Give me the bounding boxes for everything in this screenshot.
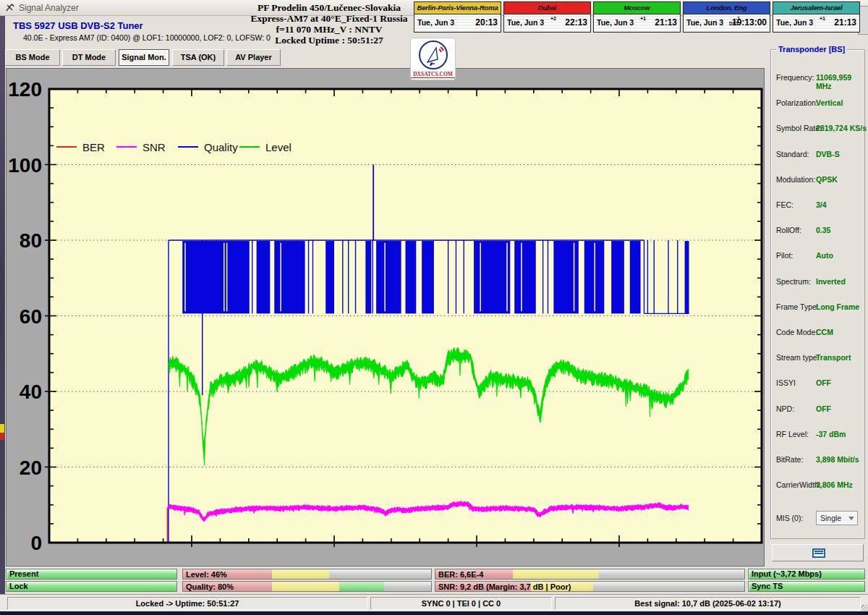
legend-label: Level (265, 141, 292, 153)
tp-field-value: DVB-S (816, 150, 840, 158)
clock-time: 22:13 (565, 17, 587, 27)
clock-date: Tue, Jun 3 (597, 18, 634, 27)
background-fleck (0, 424, 4, 433)
tp-field-label: FEC: (776, 200, 793, 209)
clock-time: 21:13 (834, 17, 856, 27)
tp-field-value: OFF (816, 404, 831, 413)
tp-field-label: Pilot: (776, 251, 793, 260)
bar-label-level: Level: 46% (186, 569, 227, 580)
tp-field-value: 0.35 (816, 226, 830, 234)
tp-field-value: CCM (816, 328, 833, 336)
tp-field-label: Frame Type: (776, 302, 819, 311)
y-axis-label: 20 (20, 457, 42, 479)
clock-time: 21:13 (655, 17, 677, 27)
status-best-signal: Best signal: 10,7 dB (2025-06-02 13:17) (555, 597, 861, 610)
clock-panel-2: MoscowTue, Jun 3+121:13 (593, 1, 681, 33)
clock-city: Berlin-Paris-Vienna-Roma (414, 2, 501, 14)
bar-segment-yellow (272, 569, 329, 579)
chevron-down-icon (848, 517, 854, 520)
window-bottom-edge (0, 611, 868, 615)
tp-field-value: Transport (816, 353, 851, 362)
site-line-2: Express-AM7 at 40°E_Fixed-1 Russia (239, 13, 420, 24)
tp-field-label: Frequency: (776, 73, 814, 82)
clock-date: Tue, Jun 3 (686, 18, 723, 27)
bar-level: Level: 46% (182, 569, 432, 580)
clock-panel-3: London, EngTue, Jun 3-1DST19:13:00 (683, 1, 770, 33)
indicator-lock: Lock (6, 581, 177, 592)
status-sync-counts: SYNC 0 | TEI 0 | CC 0 (370, 597, 552, 610)
bar-ber: BER: 6,6E-4 (435, 569, 745, 580)
tp-field-value: 3,898 Mbit/s (816, 455, 859, 464)
clock-city: Dubai (504, 2, 590, 14)
clock-body: Tue, Jun 320:13 (414, 14, 501, 32)
mis-dropdown[interactable]: Single (816, 511, 858, 525)
clock-utc-offset: +2 (550, 16, 556, 21)
logo-text: DXSATCS.COM (411, 71, 455, 78)
background-fleck (0, 433, 4, 440)
site-header: PF Prodelin 450/Lučenec-Slovakia Express… (239, 2, 420, 46)
clock-time: 19:13:00 (732, 17, 767, 27)
satellite-dish-icon (5, 2, 15, 15)
signal-chart-panel: 020406080100120 BERSNRQualityLevel (6, 68, 765, 567)
tab-signal-mon-[interactable]: Signal Mon. (119, 49, 169, 66)
bar-quality: Quality: 80% (182, 581, 432, 592)
clock-body: Tue, Jun 3+121:13 (594, 14, 680, 32)
bar-snr: SNR: 9,2 dB (Margin: 3,7 dB | Poor) (435, 581, 745, 592)
tab-av-player[interactable]: AV Player (226, 49, 281, 66)
clock-time: 20:13 (475, 17, 498, 27)
tab-tsa-ok-[interactable]: TSA (OK) (172, 49, 224, 66)
y-axis-label: 120 (8, 78, 42, 101)
tp-field-value: -37 dBm (816, 430, 846, 438)
y-axis-label: 100 (8, 154, 42, 177)
ts-list-icon (812, 548, 825, 558)
tp-field-label: Code Mode: (776, 328, 817, 336)
mis-selected-value: Single (820, 514, 841, 522)
indicator-input: Input (~3,72 Mbps) (748, 569, 865, 580)
mis-label: MIS (0): (776, 514, 803, 522)
logo-dish-icon (419, 41, 448, 69)
tp-field-label: CarrierWidth: (776, 480, 821, 489)
tp-field-label: Standard: (776, 150, 809, 158)
tp-field-label: NPD: (776, 404, 794, 413)
bar-label-ber: BER: 6,6E-4 (438, 569, 483, 580)
tuner-name: TBS 5927 USB DVB-S2 Tuner (13, 20, 143, 31)
ts-list-button[interactable] (772, 544, 864, 561)
transponder-panel-title: Transponder [BS] (776, 45, 847, 54)
tp-field-label: RollOff: (776, 226, 801, 234)
clock-panel-0: Berlin-Paris-Vienna-RomaTue, Jun 320:13 (414, 1, 501, 33)
site-line-4: Locked Uptime : 50:51:27 (239, 35, 420, 46)
tp-field-value: QPSK (816, 175, 838, 184)
bar-segment-yellow (513, 569, 600, 579)
tp-field-value: Long Frame (816, 302, 859, 311)
bar-segment-green (339, 582, 384, 591)
y-axis-label: 40 (20, 381, 42, 403)
clock-utc-offset: +1 (820, 16, 825, 21)
bar-segment-yellow (272, 582, 339, 591)
clock-date: Tue, Jun 3 (776, 18, 813, 27)
tp-field-value: Inverted (816, 277, 846, 286)
tp-field-label: RF Level: (776, 430, 809, 438)
legend-line-icon (239, 146, 260, 148)
clock-body: Tue, Jun 3-1DST19:13:00 (684, 14, 770, 32)
tab-bs-mode[interactable]: BS Mode (5, 49, 60, 66)
y-axis-label: 60 (20, 305, 42, 328)
tp-field-value: 3/4 (816, 200, 827, 209)
site-line-1: PF Prodelin 450/Lučenec-Slovakia (239, 2, 420, 13)
tp-field-label: Modulation: (776, 175, 815, 184)
tp-field-value: Vertical (816, 98, 843, 107)
clock-body: Tue, Jun 3+121:13 (773, 14, 859, 32)
tab-dt-mode[interactable]: DT Mode (62, 49, 116, 66)
indicator-sync: Sync TS (748, 581, 865, 592)
tp-field-label: BitRate: (776, 455, 803, 464)
tp-field-value: 3,806 MHz (816, 480, 853, 489)
bar-label-snr: SNR: 9,2 dB (Margin: 3,7 dB | Poor) (438, 582, 571, 592)
resize-grip[interactable] (861, 605, 868, 611)
legend-label: SNR (142, 141, 166, 153)
clock-date: Tue, Jun 3 (507, 18, 544, 27)
legend-line-icon (178, 146, 198, 148)
legend-label: Quality (204, 141, 238, 153)
clock-city: Jerusalem-Israel (773, 2, 859, 14)
y-axis-label: 80 (20, 229, 42, 252)
status-uptime: Locked -> Uptime: 50:51:27 (7, 597, 367, 610)
clock-utc-offset: +1 (640, 16, 646, 21)
